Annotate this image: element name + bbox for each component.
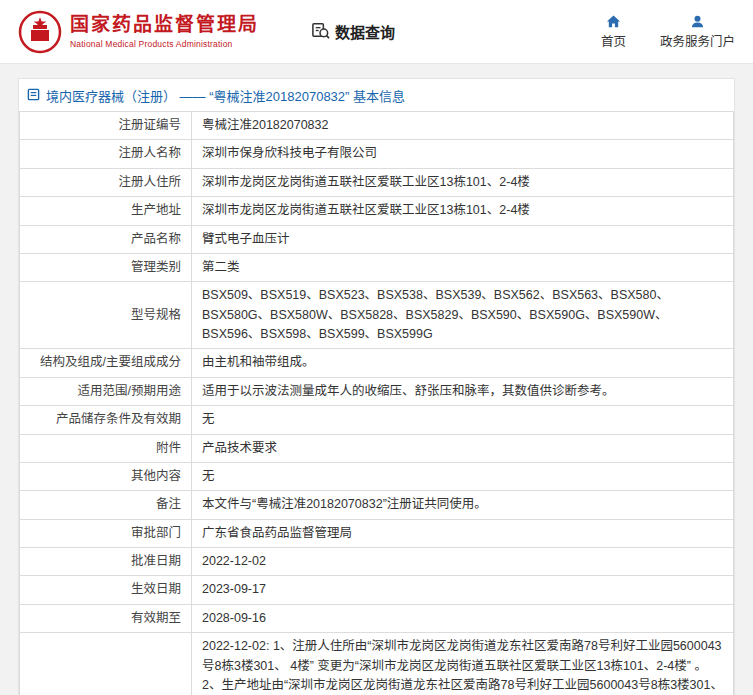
row-value: 臂式电子血压计 bbox=[192, 225, 734, 253]
nav-home[interactable]: 首页 bbox=[601, 13, 626, 50]
agency-name-cn: 国家药品监督管理局 bbox=[70, 14, 259, 37]
row-label: 产品储存条件及有效期 bbox=[20, 406, 192, 434]
row-label: 生产地址 bbox=[20, 197, 192, 225]
row-value: 粤械注准20182070832 bbox=[192, 112, 734, 140]
table-row: 其他内容 无 bbox=[20, 462, 734, 490]
row-label: 其他内容 bbox=[20, 462, 192, 490]
row-label: 备注 bbox=[20, 491, 192, 519]
row-label: 批准日期 bbox=[20, 548, 192, 576]
table-row: 有效期至 2028-09-16 bbox=[20, 604, 734, 632]
row-value: 广东省食品药品监督管理局 bbox=[192, 519, 734, 547]
row-label: 注册人住所 bbox=[20, 168, 192, 196]
row-value: 产品技术要求 bbox=[192, 434, 734, 462]
row-label: 有效期至 bbox=[20, 604, 192, 632]
row-label: 生效日期 bbox=[20, 576, 192, 604]
nav-portal-label: 政务服务门户 bbox=[660, 31, 735, 50]
row-value: 适用于以示波法测量成年人的收缩压、舒张压和脉率，其数值供诊断参考。 bbox=[192, 377, 734, 405]
table-row: 适用范围/预期用途 适用于以示波法测量成年人的收缩压、舒张压和脉率，其数值供诊断… bbox=[20, 377, 734, 405]
content-panel: 境内医疗器械（注册） —— “粤械注准20182070832” 基本信息 注册证… bbox=[18, 78, 735, 695]
table-row: 注册人住所 深圳市龙岗区龙岗街道五联社区爱联工业区13栋101、2-4楼 bbox=[20, 168, 734, 196]
table-row: 变更情况 2022-12-02: 1、注册人住所由“深圳市龙岗区龙岗街道龙东社区… bbox=[20, 633, 734, 695]
row-value: 无 bbox=[192, 462, 734, 490]
table-row: 审批部门 广东省食品药品监督管理局 bbox=[20, 519, 734, 547]
table-row: 备注 本文件与“粤械注准20182070832”注册证共同使用。 bbox=[20, 491, 734, 519]
row-value: 深圳市龙岗区龙岗街道五联社区爱联工业区13栋101、2-4楼 bbox=[192, 168, 734, 196]
row-value: 2023-09-17 bbox=[192, 576, 734, 604]
data-query-label: 数据查询 bbox=[335, 21, 395, 42]
change-history-value: 2022-12-02: 1、注册人住所由“深圳市龙岗区龙岗街道龙东社区爱南路78… bbox=[192, 633, 734, 695]
nav-data-query[interactable]: 数据查询 bbox=[311, 21, 395, 43]
table-row: 生产地址 深圳市龙岗区龙岗街道五联社区爱联工业区13栋101、2-4楼 bbox=[20, 197, 734, 225]
row-value: 深圳市龙岗区龙岗街道五联社区爱联工业区13栋101、2-4楼 bbox=[192, 197, 734, 225]
row-label: 注册证编号 bbox=[20, 112, 192, 140]
table-row: 管理类别 第二类 bbox=[20, 253, 734, 281]
row-label: 适用范围/预期用途 bbox=[20, 377, 192, 405]
table-row: 产品储存条件及有效期 无 bbox=[20, 406, 734, 434]
document-icon bbox=[27, 88, 40, 104]
agency-name-en: National Medical Products Administration bbox=[70, 39, 259, 49]
row-label: 产品名称 bbox=[20, 225, 192, 253]
row-value: 2022-12-02 bbox=[192, 548, 734, 576]
table-row: 结构及组成/主要组成成分 由主机和袖带组成。 bbox=[20, 349, 734, 377]
row-value: 2028-09-16 bbox=[192, 604, 734, 632]
table-row: 生效日期 2023-09-17 bbox=[20, 576, 734, 604]
registration-info-table: 注册证编号 粤械注准20182070832 注册人名称 深圳市保身欣科技电子有限… bbox=[19, 111, 734, 695]
page-title: 境内医疗器械（注册） —— “粤械注准20182070832” 基本信息 bbox=[46, 86, 405, 105]
top-navigation: 首页 政务服务门户 bbox=[601, 13, 735, 50]
nmpa-logo-icon bbox=[18, 10, 62, 54]
table-row: 注册证编号 粤械注准20182070832 bbox=[20, 112, 734, 140]
row-value: 本文件与“粤械注准20182070832”注册证共同使用。 bbox=[192, 491, 734, 519]
breadcrumb: 境内医疗器械（注册） —— “粤械注准20182070832” 基本信息 bbox=[19, 79, 734, 111]
agency-title-block: 国家药品监督管理局 National Medical Products Admi… bbox=[70, 14, 259, 49]
row-label: 型号规格 bbox=[20, 282, 192, 349]
row-value: 深圳市保身欣科技电子有限公司 bbox=[192, 140, 734, 168]
site-header: 国家药品监督管理局 National Medical Products Admi… bbox=[0, 0, 753, 64]
row-value: 第二类 bbox=[192, 253, 734, 281]
row-value: 无 bbox=[192, 406, 734, 434]
nav-home-label: 首页 bbox=[601, 31, 626, 50]
nav-portal[interactable]: 政务服务门户 bbox=[660, 13, 735, 50]
table-row: 产品名称 臂式电子血压计 bbox=[20, 225, 734, 253]
row-label: 变更情况 bbox=[20, 633, 192, 695]
table-row: 附件 产品技术要求 bbox=[20, 434, 734, 462]
row-label: 注册人名称 bbox=[20, 140, 192, 168]
row-label: 审批部门 bbox=[20, 519, 192, 547]
table-row: 批准日期 2022-12-02 bbox=[20, 548, 734, 576]
home-icon bbox=[606, 13, 621, 29]
page-body: 境内医疗器械（注册） —— “粤械注准20182070832” 基本信息 注册证… bbox=[0, 64, 753, 695]
row-value: BSX509、BSX519、BSX523、BSX538、BSX539、BSX56… bbox=[192, 282, 734, 349]
table-row: 型号规格 BSX509、BSX519、BSX523、BSX538、BSX539、… bbox=[20, 282, 734, 349]
row-label: 管理类别 bbox=[20, 253, 192, 281]
row-label: 结构及组成/主要组成成分 bbox=[20, 349, 192, 377]
row-label: 附件 bbox=[20, 434, 192, 462]
row-value: 由主机和袖带组成。 bbox=[192, 349, 734, 377]
table-row: 注册人名称 深圳市保身欣科技电子有限公司 bbox=[20, 140, 734, 168]
data-search-icon bbox=[311, 21, 330, 43]
user-icon bbox=[690, 13, 705, 29]
